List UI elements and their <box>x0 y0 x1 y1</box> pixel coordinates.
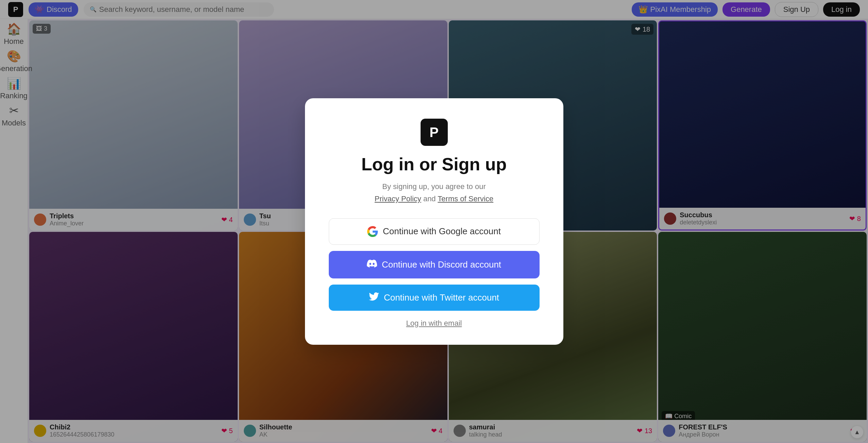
modal-and: and <box>423 194 436 203</box>
privacy-link[interactable]: Privacy Policy <box>375 194 421 203</box>
twitter-button-label: Continue with Twitter account <box>384 292 499 303</box>
google-icon <box>367 226 378 237</box>
twitter-modal-icon <box>369 292 379 303</box>
twitter-signin-button[interactable]: Continue with Twitter account <box>329 285 540 311</box>
modal-title: Log in or Sign up <box>361 154 507 174</box>
modal-logo: P <box>421 119 448 146</box>
discord-signin-button[interactable]: Continue with Discord account <box>329 251 540 278</box>
google-signin-button[interactable]: Continue with Google account <box>329 218 540 245</box>
modal-logo-text: P <box>429 125 439 140</box>
login-modal: P Log in or Sign up By signing up, you a… <box>305 98 563 344</box>
terms-link[interactable]: Terms of Service <box>438 194 493 203</box>
email-login-link[interactable]: Log in with email <box>406 319 462 328</box>
modal-subtitle-pre: By signing up, you agree to our <box>382 182 486 191</box>
discord-modal-icon <box>367 258 377 271</box>
discord-button-label: Continue with Discord account <box>382 259 501 270</box>
modal-subtitle: By signing up, you agree to our Privacy … <box>375 181 493 204</box>
google-button-label: Continue with Google account <box>383 226 501 237</box>
modal-overlay[interactable]: P Log in or Sign up By signing up, you a… <box>0 0 868 443</box>
modal-buttons: Continue with Google account Continue wi… <box>329 218 540 311</box>
